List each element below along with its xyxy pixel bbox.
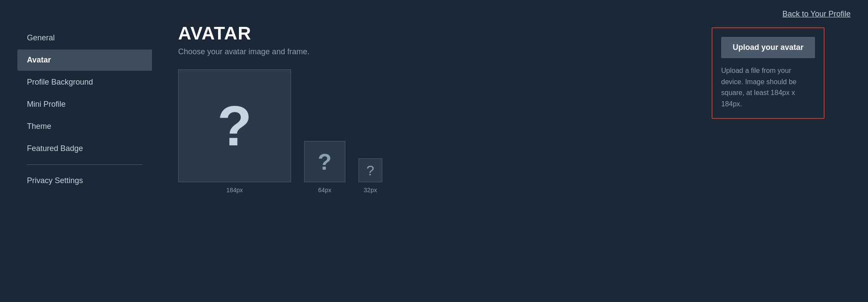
main-layout: General Avatar Profile Background Mini P… — [0, 23, 868, 302]
avatar-placeholder-small: ? — [367, 164, 374, 177]
sidebar-label-mini-profile: Mini Profile — [27, 100, 66, 108]
sidebar-item-featured-badge[interactable]: Featured Badge — [17, 138, 152, 159]
sidebar-item-avatar[interactable]: Avatar — [17, 49, 152, 71]
avatar-preview-medium: ? 64px — [304, 141, 345, 194]
sidebar-divider — [27, 164, 142, 165]
avatar-preview-large: ? 184px — [178, 69, 291, 194]
avatar-box-184: ? — [178, 69, 291, 182]
avatar-box-32: ? — [358, 158, 382, 182]
avatar-size-label-184: 184px — [226, 187, 243, 194]
sidebar-item-theme[interactable]: Theme — [17, 116, 152, 137]
upload-avatar-button[interactable]: Upload your avatar — [721, 37, 815, 58]
sidebar: General Avatar Profile Background Mini P… — [17, 23, 152, 302]
upload-description: Upload a file from your device. Image sh… — [721, 65, 815, 109]
main-content: AVATAR Choose your avatar image and fram… — [152, 23, 694, 302]
sidebar-label-avatar: Avatar — [27, 56, 51, 64]
sidebar-item-mini-profile[interactable]: Mini Profile — [17, 94, 152, 115]
avatar-size-label-32: 32px — [364, 187, 377, 194]
upload-box: Upload your avatar Upload a file from yo… — [712, 27, 825, 119]
avatar-placeholder-large: ? — [217, 98, 252, 154]
sidebar-label-profile-background: Profile Background — [27, 78, 93, 86]
avatar-box-64: ? — [304, 141, 345, 182]
sidebar-label-general: General — [27, 33, 55, 42]
sidebar-item-privacy-settings[interactable]: Privacy Settings — [17, 170, 152, 191]
sidebar-label-privacy-settings: Privacy Settings — [27, 176, 83, 185]
page-subtitle: Choose your avatar image and frame. — [178, 47, 668, 56]
upload-panel: Upload your avatar Upload a file from yo… — [694, 23, 851, 302]
top-bar: Back to Your Profile — [0, 0, 868, 23]
page-title: AVATAR — [178, 23, 668, 44]
sidebar-item-profile-background[interactable]: Profile Background — [17, 72, 152, 93]
avatar-preview-small: ? 32px — [358, 158, 382, 194]
avatar-placeholder-medium: ? — [318, 151, 332, 173]
back-to-profile-link[interactable]: Back to Your Profile — [782, 10, 851, 19]
avatar-previews: ? 184px ? 64px ? 32px — [178, 69, 668, 194]
sidebar-label-theme: Theme — [27, 122, 51, 131]
sidebar-label-featured-badge: Featured Badge — [27, 144, 83, 153]
sidebar-item-general[interactable]: General — [17, 27, 152, 49]
avatar-size-label-64: 64px — [318, 187, 331, 194]
